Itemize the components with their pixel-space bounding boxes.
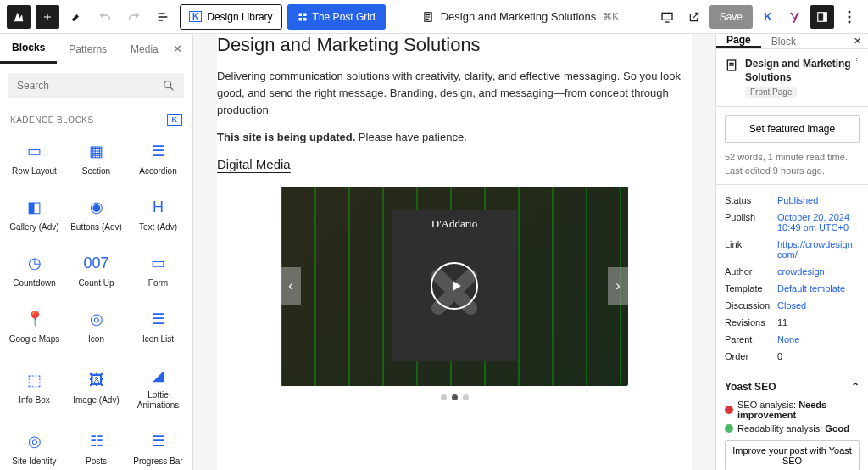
readability-analysis-row[interactable]: Readability analysis: Good — [725, 422, 860, 435]
tab-page[interactable]: Page — [716, 34, 761, 48]
publish-row[interactable]: PublishOctober 20, 2024 10:49 pm UTC+0 — [725, 209, 860, 236]
document-title-bar[interactable]: Design and Marketing Solutions ⌘K — [391, 10, 650, 23]
document-actions-menu[interactable]: ⋮ — [852, 56, 861, 67]
settings-panel-toggle[interactable] — [810, 5, 834, 29]
media-slider: D'Addario ‹ › — [281, 187, 628, 386]
document-summary-title: Design and Marketing Solutions — [745, 58, 860, 84]
post-grid-button[interactable]: The Post Grid — [287, 4, 386, 30]
search-input[interactable] — [8, 73, 153, 98]
block-info-box[interactable]: ⬚Info Box — [3, 356, 65, 419]
tab-patterns[interactable]: Patterns — [57, 34, 119, 64]
document-summary: Design and Marketing Solutions Front Pag… — [716, 49, 868, 107]
block-icon: ◧ — [25, 197, 45, 217]
svg-point-9 — [849, 15, 851, 18]
block-text-adv-[interactable]: HText (Adv) — [127, 188, 189, 241]
open-external-button[interactable] — [682, 5, 706, 29]
yoast-panel-toggle[interactable]: Yoast SEO ⌃ — [725, 381, 860, 398]
author-row[interactable]: Authorcrowdesign — [725, 263, 860, 280]
block-gallery-adv-[interactable]: ◧Gallery (Adv) — [3, 188, 65, 241]
tab-media[interactable]: Media — [119, 34, 170, 64]
main-layout: Blocks Patterns Media ✕ KADENCE BLOCKS K… — [0, 34, 868, 470]
block-icon: ☰ — [148, 141, 169, 161]
block-progress-bar[interactable]: ☰Progress Bar — [127, 422, 189, 470]
block-label: Icon List — [142, 334, 174, 344]
seo-analysis-row[interactable]: SEO analysis: Needs improvement — [725, 398, 860, 422]
kadence-section-header: KADENCE BLOCKS K — [0, 107, 192, 132]
edit-tools-button[interactable] — [64, 5, 88, 29]
slider-dot-3[interactable] — [463, 394, 469, 400]
slider-dot-2[interactable] — [452, 394, 458, 400]
inserter-tabs: Blocks Patterns Media ✕ — [0, 34, 192, 64]
discussion-row[interactable]: DiscussionClosed — [725, 297, 860, 314]
close-inserter-button[interactable]: ✕ — [170, 41, 186, 58]
block-posts[interactable]: ☷Posts — [65, 422, 127, 470]
block-icon: 📍 — [25, 309, 45, 329]
page-title[interactable]: Design and Marketing Solutions — [217, 34, 692, 56]
redo-button[interactable] — [122, 5, 146, 29]
block-section[interactable]: ▦Section — [65, 132, 127, 185]
block-count-up[interactable]: 007Count Up — [65, 244, 127, 297]
block-site-identity[interactable]: ◎Site Identity — [3, 422, 65, 470]
options-menu-button[interactable] — [837, 5, 861, 29]
slider-brand-text: D'Addario — [431, 217, 477, 231]
block-label: Google Maps — [9, 334, 59, 344]
design-library-button[interactable]: K Design Library — [180, 4, 282, 30]
svg-point-10 — [849, 20, 851, 23]
block-countdown[interactable]: ◷Countdown — [3, 244, 65, 297]
save-button[interactable]: Save — [709, 5, 753, 29]
svg-rect-0 — [298, 13, 302, 16]
block-lottie-animations[interactable]: ◢Lottie Animations — [127, 356, 189, 419]
status-row[interactable]: StatusPublished — [725, 192, 860, 209]
block-accordion[interactable]: ☰Accordion — [127, 132, 189, 185]
editor-canvas[interactable]: Design and Marketing Solutions Deliverin… — [193, 34, 715, 470]
tab-blocks[interactable]: Blocks — [0, 34, 57, 64]
revisions-row[interactable]: Revisions11 — [725, 314, 860, 331]
block-icon[interactable]: ◎Icon — [65, 300, 127, 353]
svg-rect-1 — [303, 13, 307, 16]
template-row[interactable]: TemplateDefault template — [725, 280, 860, 297]
set-featured-image-button[interactable]: Set featured image — [725, 115, 860, 143]
block-icon: H — [148, 197, 169, 217]
block-icon: ◎ — [86, 309, 107, 329]
slider-prev-button[interactable]: ‹ — [281, 267, 301, 305]
block-label: Form — [148, 278, 168, 288]
block-label: Posts — [86, 456, 107, 467]
block-google-maps[interactable]: 📍Google Maps — [3, 300, 65, 353]
slider-next-button[interactable]: › — [608, 267, 628, 305]
block-icon-list[interactable]: ☰Icon List — [127, 300, 189, 353]
intro-paragraph[interactable]: Delivering communication solutions with … — [217, 68, 692, 119]
block-row-layout[interactable]: ▭Row Layout — [3, 132, 65, 185]
design-library-label: Design Library — [207, 11, 272, 23]
post-grid-label: The Post Grid — [313, 11, 376, 23]
link-row[interactable]: Linkhttps://crowdesign.com/ — [725, 236, 860, 263]
subheading-digital-media[interactable]: Digital Media — [217, 157, 692, 171]
block-icon: ⬚ — [25, 370, 45, 390]
improve-yoast-button[interactable]: Improve your post with Yoast SEO — [725, 440, 860, 470]
site-logo[interactable] — [7, 5, 31, 29]
block-label: Section — [82, 166, 110, 176]
notice-paragraph[interactable]: This site is being updated. Please have … — [217, 129, 692, 146]
add-block-button[interactable] — [36, 5, 59, 29]
block-buttons-adv-[interactable]: ◉Buttons (Adv) — [65, 188, 127, 241]
svg-point-11 — [164, 81, 171, 88]
tab-block[interactable]: Block — [761, 34, 806, 48]
block-form[interactable]: ▭Form — [127, 244, 189, 297]
play-button[interactable] — [431, 262, 478, 310]
document-overview-button[interactable] — [151, 5, 175, 29]
block-label: Lottie Animations — [131, 390, 186, 411]
block-label: Buttons (Adv) — [70, 222, 122, 232]
order-row[interactable]: Order0 — [725, 348, 860, 365]
slider-dot-1[interactable] — [441, 394, 447, 400]
undo-button[interactable] — [93, 5, 117, 29]
parent-row[interactable]: ParentNone — [725, 331, 860, 348]
kadence-settings-button[interactable]: K — [756, 5, 780, 29]
document-fields: StatusPublished PublishOctober 20, 2024 … — [716, 185, 868, 372]
block-icon: ☰ — [148, 309, 169, 329]
page-icon — [422, 11, 434, 23]
close-settings-button[interactable]: ✕ — [854, 36, 861, 47]
block-image-adv-[interactable]: 🖼Image (Adv) — [65, 356, 127, 419]
yoast-icon-button[interactable] — [783, 5, 807, 29]
chevron-up-icon: ⌃ — [851, 381, 860, 393]
svg-rect-2 — [298, 18, 302, 21]
view-desktop-button[interactable] — [655, 5, 679, 29]
